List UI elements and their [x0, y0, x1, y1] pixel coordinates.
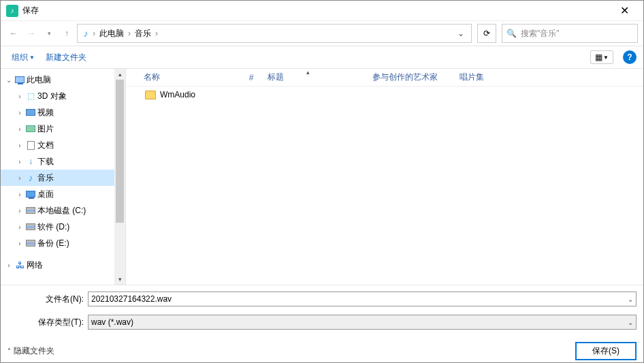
filename-label: 文件名(N): — [7, 294, 88, 305]
tree-label: 备份 (E:) — [37, 238, 69, 249]
expand-icon[interactable]: › — [16, 191, 24, 198]
save-button[interactable]: 保存(S) — [575, 342, 637, 360]
tree-item[interactable]: ›♪音乐 — [1, 170, 125, 186]
tree-label: 3D 对象 — [37, 91, 67, 102]
tree-item[interactable]: ›本地磁盘 (C:) — [1, 202, 125, 219]
expand-icon[interactable]: › — [16, 142, 24, 149]
col-album[interactable]: 唱片集 — [454, 72, 495, 83]
col-title[interactable]: 标题 — [262, 72, 367, 83]
tree-item[interactable]: ›桌面 — [1, 186, 125, 202]
tree-item[interactable]: ›↓下载 — [1, 153, 125, 170]
filetype-row: 保存类型(T): wav (*.wav) ⌄ — [7, 313, 637, 332]
tree-scrollbar[interactable]: ▴ ▾ — [114, 69, 125, 285]
tree-item-this-pc[interactable]: ⌄ 此电脑 — [1, 72, 125, 88]
new-folder-button[interactable]: 新建文件夹 — [42, 49, 91, 66]
dropdown-icon: ▼ — [29, 54, 35, 61]
view-mode-button[interactable]: ▦ ▼ — [590, 50, 613, 64]
expand-icon[interactable]: › — [16, 174, 24, 182]
expand-icon[interactable]: › — [16, 93, 24, 100]
tree-item[interactable]: ›备份 (E:) — [1, 235, 125, 251]
pic-icon — [25, 123, 36, 134]
filetype-value: wav (*.wav) — [91, 317, 133, 327]
path-separator-icon: › — [93, 29, 95, 38]
expand-icon[interactable]: › — [16, 223, 24, 231]
expand-icon[interactable]: › — [5, 262, 13, 269]
tree-label: 音乐 — [37, 172, 54, 184]
music-icon: ♪ — [25, 172, 36, 183]
expand-icon[interactable]: › — [16, 158, 24, 165]
filetype-select[interactable]: wav (*.wav) ⌄ — [88, 315, 637, 330]
refresh-button[interactable]: ⟳ — [477, 24, 496, 43]
disk-icon — [25, 205, 36, 216]
path-separator-icon: › — [155, 29, 158, 38]
tree-item[interactable]: ›⬚3D 对象 — [1, 88, 125, 104]
dropdown-icon: ▼ — [603, 54, 609, 61]
expand-icon[interactable]: › — [16, 240, 24, 247]
help-button[interactable]: ? — [623, 50, 637, 64]
tree-label: 软件 (D:) — [37, 221, 69, 233]
tree-label: 此电脑 — [27, 74, 51, 86]
back-button[interactable]: ← — [6, 26, 21, 41]
col-num[interactable]: # — [240, 73, 262, 82]
tree-item-network[interactable]: › 🖧 网络 — [1, 257, 125, 273]
expand-icon[interactable]: › — [16, 207, 24, 215]
sort-indicator-icon: ▴ — [306, 69, 310, 76]
tree-item[interactable]: ›文档 — [1, 137, 125, 153]
dropdown-icon[interactable]: ⌄ — [628, 319, 633, 326]
expand-icon[interactable]: › — [16, 109, 24, 116]
column-headers: 名称 # 标题 参与创作的艺术家 唱片集 — [126, 69, 643, 86]
folder-tree: ⌄ 此电脑 ›⬚3D 对象›视频›图片›文档›↓下载›♪音乐›桌面›本地磁盘 (… — [1, 69, 126, 285]
filename-input[interactable]: 20210327164322.wav ⌄ — [88, 291, 637, 306]
col-artist[interactable]: 参与创作的艺术家 — [367, 72, 454, 83]
bottom-panel: 文件名(N): 20210327164322.wav ⌄ 保存类型(T): wa… — [1, 285, 643, 363]
organize-button[interactable]: 组织 ▼ — [7, 49, 39, 66]
organize-label: 组织 — [12, 52, 28, 63]
close-button[interactable]: ✕ — [611, 4, 638, 17]
footer: ˄ 隐藏文件夹 保存(S) — [7, 336, 637, 362]
tree-label: 下载 — [37, 156, 54, 168]
forward-button[interactable]: → — [24, 26, 39, 41]
music-icon: ♪ — [80, 28, 91, 39]
doc-icon — [25, 140, 36, 151]
expand-icon[interactable]: › — [16, 125, 24, 133]
toolbar: 组织 ▼ 新建文件夹 ▦ ▼ ? — [1, 46, 643, 69]
file-name: WmAudio — [160, 90, 195, 99]
scroll-down-icon[interactable]: ▾ — [114, 274, 125, 285]
dl-icon: ↓ — [25, 156, 36, 167]
cube3d-icon: ⬚ — [25, 91, 36, 101]
scroll-up-icon[interactable]: ▴ — [114, 69, 125, 80]
window-title: 保存 — [22, 5, 611, 16]
chevron-up-icon: ˄ — [7, 347, 11, 355]
tree-label: 视频 — [37, 107, 54, 119]
disk-icon — [25, 221, 36, 232]
video-icon — [25, 107, 36, 118]
hide-folders-label: 隐藏文件夹 — [14, 345, 54, 357]
tree-item[interactable]: ›软件 (D:) — [1, 219, 125, 235]
search-input[interactable]: 🔍 搜索"音乐" — [502, 24, 638, 43]
desk-icon — [25, 189, 36, 200]
hide-folders-button[interactable]: ˄ 隐藏文件夹 — [7, 345, 54, 357]
scroll-thumb[interactable] — [116, 80, 124, 223]
collapse-icon[interactable]: ⌄ — [5, 76, 13, 84]
tree-item[interactable]: ›图片 — [1, 121, 125, 137]
folder-icon — [145, 91, 156, 99]
path-segment[interactable]: 音乐 — [132, 27, 154, 41]
tree-item[interactable]: ›视频 — [1, 104, 125, 121]
up-button[interactable]: ↑ — [59, 26, 74, 41]
tree-label: 图片 — [37, 123, 54, 135]
search-placeholder: 搜索"音乐" — [521, 28, 560, 40]
tree-label: 桌面 — [37, 189, 54, 200]
view-icon: ▦ — [595, 52, 601, 62]
address-bar[interactable]: ♪ › 此电脑 › 音乐 › ⌄ — [77, 24, 472, 43]
path-segment[interactable]: 此电脑 — [97, 27, 127, 41]
filetype-label: 保存类型(T): — [7, 317, 88, 328]
titlebar: ♪ 保存 ✕ — [1, 1, 643, 21]
recent-dropdown[interactable]: ▾ — [42, 26, 57, 41]
col-name[interactable]: 名称 — [138, 72, 240, 83]
filename-row: 文件名(N): 20210327164322.wav ⌄ — [7, 289, 637, 309]
file-row[interactable]: WmAudio — [126, 86, 643, 103]
filename-value: 20210327164322.wav — [91, 294, 172, 304]
path-dropdown-icon[interactable]: ⌄ — [453, 29, 468, 38]
search-icon: 🔍 — [506, 29, 517, 38]
dropdown-icon[interactable]: ⌄ — [628, 296, 633, 303]
